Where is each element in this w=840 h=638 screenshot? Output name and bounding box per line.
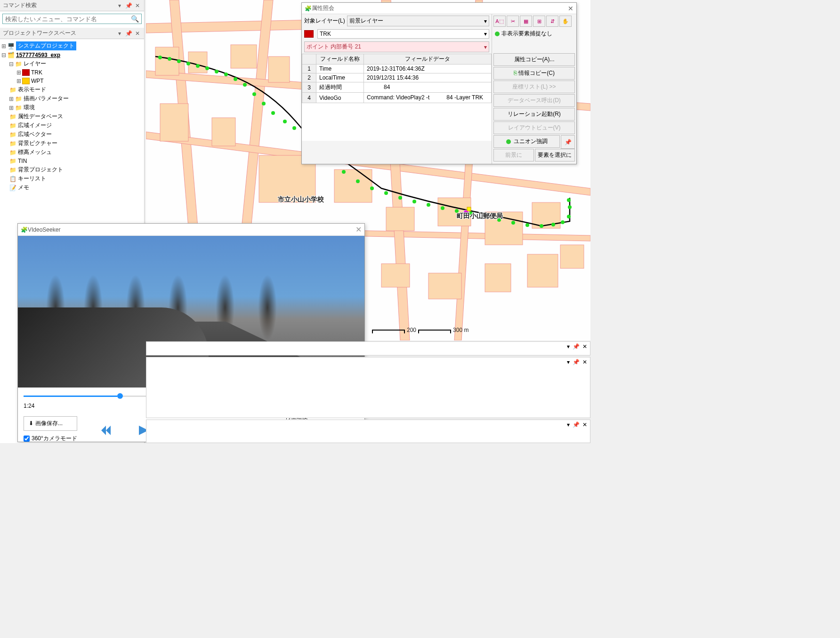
foreground-button[interactable]: 前景に [493,149,534,162]
svg-point-42 [370,186,374,190]
tree-item[interactable]: 📝メモ [8,183,143,192]
attribute-panel: 🧩 属性照会 ✕ 対象レイヤー(L) 前景レイヤー▾ TRK▾ ポイント 内部番… [301,2,577,164]
close-icon[interactable]: ✕ [134,30,141,37]
dropdown-icon[interactable]: ▾ [567,421,570,428]
tree-item-wpt[interactable]: ⊞ WPT [16,77,143,85]
dropdown-icon[interactable]: ▾ [116,30,123,37]
expander-icon[interactable]: ⊞ [16,70,22,75]
search-input[interactable] [5,16,131,23]
folder-icon: 📁 [8,86,17,94]
pin-icon[interactable]: 📌 [573,421,580,428]
expander-icon[interactable]: ⊟ [8,61,14,67]
svg-point-31 [243,83,247,87]
info-copy-button[interactable]: ⎘ 情報コピー(C) [493,67,575,80]
video-title-bar[interactable]: 🧩 VIdeoSeeker ✕ [18,224,364,236]
command-search-header: コマンド検索 ▾ 📌 ✕ [0,0,144,11]
folder-icon: 📁 [8,131,17,138]
pin-icon[interactable]: 📌 [573,343,580,350]
pin-icon[interactable]: 📌 [573,359,580,365]
tree-item[interactable]: 📁TIN [8,157,143,165]
attr-copy-button[interactable]: 属性コピー(A)... [493,53,575,66]
tool-btn-1[interactable]: A⬚ [493,16,506,27]
tool-btn-4[interactable]: ⊞ [533,16,545,27]
tree-item[interactable]: 📁属性データベース [8,112,143,121]
search-icon[interactable]: 🔍 [131,15,139,23]
command-search-box[interactable]: 🔍 [2,14,142,24]
save-image-button[interactable]: ⬇画像保存... [24,416,77,431]
svg-point-35 [283,120,287,123]
svg-point-23 [168,57,171,61]
select-element-button[interactable]: 要素を選択に [535,149,575,162]
tree-item[interactable]: 📁広域ベクター [8,130,143,139]
tree-item-trk[interactable]: ⊞ TRK [16,68,143,77]
target-layer-select[interactable]: 前景レイヤー▾ [347,16,489,26]
expander-icon[interactable]: ⊟ [1,52,7,58]
table-row[interactable]: 4VideoGoCommand: VideoPlay2 -t 84 -Layer… [302,93,492,103]
coord-list-button[interactable]: 座標リスト(L) >> [493,81,575,93]
pin-button[interactable]: 📌 [561,135,575,149]
svg-point-45 [412,200,416,203]
expander-icon[interactable]: ⊞ [8,96,14,102]
tree-item[interactable]: 📁広域イメージ [8,121,143,130]
tool-btn-5[interactable]: ⇵ [546,16,558,27]
folder-icon: 📁 [8,166,17,174]
expander-icon[interactable]: ⊞ [8,105,14,111]
tree-item[interactable]: ⊞📁描画パラメーター [8,94,143,103]
dropdown-icon[interactable]: ▾ [567,359,570,365]
tree-item-layer[interactable]: ⊟ 📁 レイヤー [8,59,143,68]
tool-btn-6[interactable]: ✋ [559,16,572,27]
close-icon[interactable]: ✕ [568,5,573,12]
workspace-header: プロジェクトワークスペース ▾ 📌 ✕ [0,28,144,39]
map-label-post: 町田小山郵便局 [457,212,503,220]
relation-button[interactable]: リレーション起動(R) [493,108,575,121]
tree-item[interactable]: ⊞📁環境 [8,103,143,112]
pin-icon[interactable]: 📌 [125,30,132,37]
tool-btn-2[interactable]: ✂ [507,16,519,27]
svg-point-44 [398,196,402,200]
svg-point-27 [205,66,209,70]
close-icon[interactable]: ✕ [134,2,141,9]
expander-icon[interactable]: ⊞ [16,78,22,84]
point-info-select[interactable]: ポイント 内部番号 21▾ [304,41,489,52]
360-mode-checkbox[interactable]: 360°カメラモード [24,435,77,443]
bottom-panel-2: ▾ 📌 ✕ [146,357,590,418]
pin-icon[interactable]: 📌 [125,2,132,9]
close-icon[interactable]: ✕ [355,225,362,234]
layer-select[interactable]: TRK▾ [317,29,489,39]
tree-item-exp-project[interactable]: ⊟ 🗂️ 1577774593_exp [1,51,143,59]
video-icon: 🧩 [21,226,28,233]
slider-thumb[interactable] [117,393,123,399]
svg-point-53 [525,223,529,227]
svg-rect-8 [212,118,235,146]
chevron-down-icon: ▾ [484,44,487,50]
db-call-button[interactable]: データベース呼出(D) [493,94,575,107]
svg-rect-7 [160,104,188,141]
folder-icon: 📁 [8,140,17,147]
dropdown-icon[interactable]: ▾ [567,343,570,350]
close-icon[interactable]: ✕ [582,343,587,350]
union-button[interactable]: ユニオン強調 [493,135,560,148]
expander-icon[interactable]: ⊞ [1,43,7,49]
table-row[interactable]: 2LocalTime2019/12/31 15:44:36 [302,73,492,82]
tree-item-system-project[interactable]: ⊞ 🖥️ システムプロジェクト [1,41,143,51]
tree-item[interactable]: 📁表示モード [8,85,143,94]
close-icon[interactable]: ✕ [582,359,587,365]
dropdown-icon[interactable]: ▾ [116,2,123,9]
tree-item[interactable]: 📁背景プロジェクト [8,165,143,174]
svg-point-28 [215,70,218,73]
rewind-button[interactable] [99,423,113,437]
tree-item[interactable]: 📋キーリスト [8,174,143,183]
svg-rect-4 [268,57,290,82]
tool-btn-3[interactable]: ▦ [520,16,532,27]
panel-icon: 🧩 [305,5,312,12]
close-icon[interactable]: ✕ [582,421,587,428]
table-row[interactable]: 1Time2019-12-31T06:44:36Z [302,65,492,73]
attribute-panel-title-bar[interactable]: 🧩 属性照会 ✕ [302,3,576,14]
layer-icon [304,30,314,38]
tree-item[interactable]: 📁標高メッシュ [8,148,143,157]
table-row[interactable]: 3経過時間 84 [302,82,492,93]
tree-item[interactable]: 📁背景ピクチャー [8,139,143,148]
layout-view-button[interactable]: レイアウトビュー(V) [493,121,575,134]
folder-icon: 📁 [8,157,17,165]
wpt-layer-icon [22,77,30,85]
